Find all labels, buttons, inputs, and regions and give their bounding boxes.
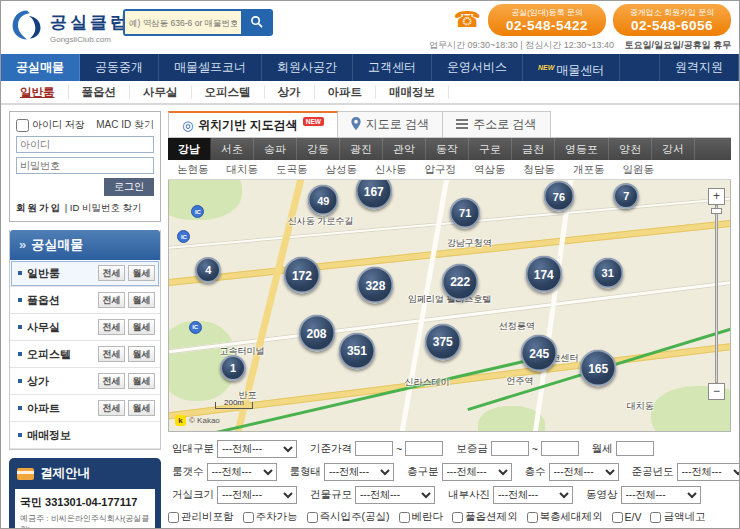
- checkbox[interactable]: [168, 512, 179, 523]
- subnav-item-sale-info[interactable]: 매매정보: [376, 85, 449, 99]
- wolse-button[interactable]: 월세: [128, 346, 155, 362]
- checkbox-exclude-full-option[interactable]: 풀옵션제외: [452, 510, 518, 524]
- zoom-in-button[interactable]: +: [708, 188, 725, 205]
- checkbox[interactable]: [243, 512, 254, 523]
- district-irwon[interactable]: 일원동: [614, 163, 664, 177]
- district-nonhyeon[interactable]: 논현동: [168, 163, 218, 177]
- wolse-button[interactable]: 월세: [128, 400, 155, 416]
- map-cluster-marker[interactable]: 222: [442, 263, 479, 300]
- checkbox-price-negotiable[interactable]: 금액네고: [650, 510, 705, 524]
- nav-item-services[interactable]: 운영서비스: [432, 54, 523, 81]
- tab-location-map-search[interactable]: ◎ 위치기반 지도검색 NEW: [168, 111, 338, 137]
- map-cluster-marker[interactable]: 71: [450, 197, 481, 228]
- password-field[interactable]: [16, 157, 154, 174]
- region-gangnam[interactable]: 강남: [168, 138, 211, 160]
- room-count-select[interactable]: ---전체---: [207, 463, 277, 481]
- menu-item-sale-info[interactable]: 매매정보: [10, 422, 160, 449]
- wolse-button[interactable]: 월세: [128, 265, 155, 281]
- save-id-checkbox[interactable]: [16, 119, 29, 132]
- subnav-item-general-room[interactable]: 일반룸: [7, 85, 69, 99]
- floor-number-select[interactable]: ---전체---: [549, 463, 619, 481]
- map-cluster-marker[interactable]: 165: [580, 350, 617, 387]
- checkbox[interactable]: [527, 512, 538, 523]
- region-dongjak[interactable]: 동작: [426, 138, 469, 160]
- jeonse-button[interactable]: 전세: [98, 319, 125, 335]
- region-seocho[interactable]: 서초: [211, 138, 254, 160]
- menu-item-full-option[interactable]: 풀옵션 전세 월세: [10, 287, 160, 314]
- region-gwangjin[interactable]: 광진: [340, 138, 383, 160]
- jeonse-button[interactable]: 전세: [98, 400, 125, 416]
- find-id-pw-link[interactable]: ID 비밀번호 찾기: [70, 202, 142, 213]
- map-cluster-marker[interactable]: 4: [195, 257, 221, 283]
- base-price-min-input[interactable]: [355, 441, 393, 456]
- built-year-select[interactable]: ---전체---: [677, 463, 740, 481]
- room-type-select[interactable]: ---전체---: [324, 463, 394, 481]
- region-yeongdeungpo[interactable]: 영등포: [555, 138, 609, 160]
- logo[interactable]: 공실클럽 GongsilClub.com: [9, 7, 130, 47]
- checkbox-immediate-movein[interactable]: 즉시입주(공실): [307, 510, 390, 524]
- district-dogok[interactable]: 도곡동: [267, 163, 317, 177]
- nav-item-customer-center[interactable]: 고객센터: [353, 54, 432, 81]
- district-cheongdam[interactable]: 청담동: [515, 163, 565, 177]
- login-button[interactable]: 로그인: [104, 178, 154, 196]
- map-cluster-marker[interactable]: 172: [283, 257, 320, 294]
- region-gangdong[interactable]: 강동: [297, 138, 340, 160]
- nav-item-member-space[interactable]: 회원사공간: [262, 54, 353, 81]
- menu-item-general-room[interactable]: 일반룸 전세 월세: [10, 260, 160, 287]
- subnav-item-officetel[interactable]: 오피스텔: [192, 85, 265, 99]
- contact-badge-registration[interactable]: 공실(임대)등록 문의 02-548-5422: [488, 4, 606, 36]
- map-cluster-marker[interactable]: 76: [543, 181, 574, 212]
- zoom-slider-handle[interactable]: [711, 208, 722, 214]
- join-link[interactable]: 회원가입: [16, 202, 62, 213]
- floor-type-select[interactable]: ---전체---: [442, 463, 512, 481]
- wolse-button[interactable]: 월세: [128, 292, 155, 308]
- map-cluster-marker[interactable]: 1: [220, 355, 246, 381]
- district-gaepo[interactable]: 개포동: [564, 163, 614, 177]
- map-cluster-marker[interactable]: 49: [308, 185, 339, 216]
- wolse-button[interactable]: 월세: [128, 373, 155, 389]
- nav-item-remote-support[interactable]: 원격지원: [659, 54, 739, 81]
- jeonse-button[interactable]: 전세: [98, 265, 125, 281]
- map-cluster-marker[interactable]: 31: [592, 257, 623, 288]
- video-select[interactable]: ---전체---: [621, 486, 701, 504]
- tab-map-search[interactable]: 지도로 검색: [338, 111, 443, 137]
- region-geumcheon[interactable]: 금천: [512, 138, 555, 160]
- region-gangseo[interactable]: 강서: [652, 138, 695, 160]
- search-input[interactable]: [125, 11, 241, 34]
- district-samseong[interactable]: 삼성동: [317, 163, 367, 177]
- nav-item-listing-center[interactable]: NEW매물센터: [523, 54, 620, 81]
- map-cluster-marker[interactable]: 375: [424, 323, 461, 360]
- checkbox[interactable]: [612, 512, 623, 523]
- interior-photo-select[interactable]: ---전체---: [493, 486, 573, 504]
- subnav-item-full-option[interactable]: 풀옵션: [69, 85, 131, 99]
- tab-address-search[interactable]: 주소로 검색: [443, 111, 550, 137]
- menu-item-office[interactable]: 사무실 전세 월세: [10, 314, 160, 341]
- zoom-slider-track[interactable]: [715, 205, 718, 383]
- deposit-max-input[interactable]: [541, 441, 579, 456]
- checkbox-maintenance-included[interactable]: 관리비포함: [168, 510, 234, 524]
- wolse-button[interactable]: 월세: [128, 319, 155, 335]
- checkbox[interactable]: [307, 512, 318, 523]
- menu-item-apartment[interactable]: 아파트 전세 월세: [10, 395, 160, 422]
- building-size-select[interactable]: ---전체---: [355, 486, 435, 504]
- district-apgujeong[interactable]: 압구정: [416, 163, 466, 177]
- subnav-item-office[interactable]: 사무실: [130, 85, 192, 99]
- subnav-item-shop[interactable]: 상가: [265, 85, 315, 99]
- district-sinsa[interactable]: 신사동: [366, 163, 416, 177]
- zoom-out-button[interactable]: −: [708, 383, 725, 400]
- map-canvas[interactable]: IC IC IC 신사동 가로수길 강남구청역 임페리얼 팰리스호텔 선정릉역 …: [168, 180, 731, 432]
- search-button[interactable]: [241, 11, 271, 34]
- jeonse-button[interactable]: 전세: [98, 346, 125, 362]
- region-yangcheon[interactable]: 양천: [609, 138, 652, 160]
- base-price-max-input[interactable]: [405, 441, 443, 456]
- rent-type-select[interactable]: ---전체---: [217, 440, 297, 458]
- nav-item-self-corner[interactable]: 매물셀프코너: [159, 54, 262, 81]
- region-gwanak[interactable]: 관악: [383, 138, 426, 160]
- map-cluster-marker[interactable]: 174: [525, 256, 562, 293]
- nav-item-vacancy-listings[interactable]: 공실매물: [1, 54, 80, 81]
- district-yeoksam[interactable]: 역삼동: [465, 163, 515, 177]
- checkbox-exclude-duplex[interactable]: 복층세대제외: [527, 510, 603, 524]
- checkbox[interactable]: [650, 512, 661, 523]
- id-field[interactable]: [16, 136, 154, 153]
- region-songpa[interactable]: 송파: [254, 138, 297, 160]
